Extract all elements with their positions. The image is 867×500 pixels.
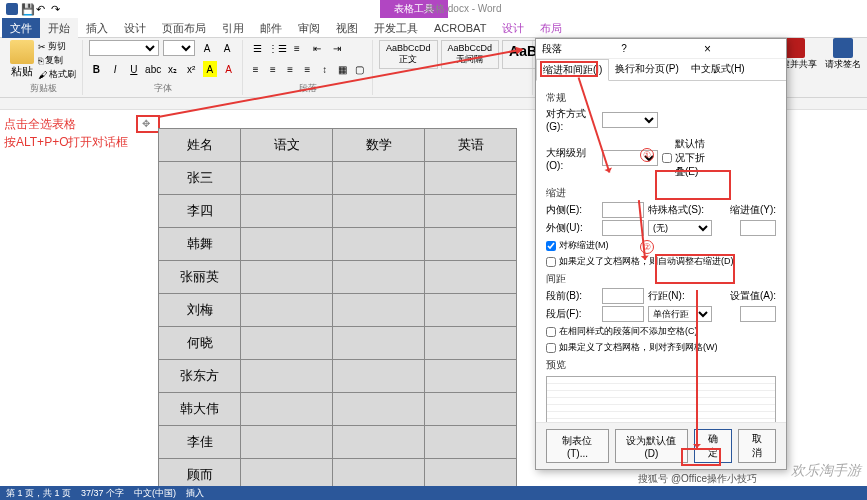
table-cell[interactable]: [425, 360, 517, 393]
table-cell[interactable]: 张丽英: [159, 261, 241, 294]
collapse-checkbox[interactable]: 默认情况下折叠(E): [662, 137, 714, 179]
tab-mailings[interactable]: 邮件: [252, 18, 290, 38]
format-painter-button[interactable]: 🖌 格式刷: [38, 68, 76, 81]
multilevel-icon[interactable]: ≡: [289, 40, 305, 56]
table-cell[interactable]: [241, 228, 333, 261]
tabs-button[interactable]: 制表位(T)...: [546, 429, 609, 463]
table-cell[interactable]: 张东方: [159, 360, 241, 393]
table-cell[interactable]: [333, 162, 425, 195]
bold-button[interactable]: B: [89, 61, 104, 77]
table-cell[interactable]: [425, 294, 517, 327]
shrink-font-icon[interactable]: A: [219, 40, 235, 56]
table-cell[interactable]: 张三: [159, 162, 241, 195]
table-cell[interactable]: 刘梅: [159, 294, 241, 327]
by-input[interactable]: [740, 220, 776, 236]
status-words[interactable]: 37/37 个字: [81, 487, 124, 500]
font-size-select[interactable]: [163, 40, 195, 56]
table-cell[interactable]: [425, 327, 517, 360]
document-table[interactable]: 姓名 语文 数学 英语 张三 李四 韩舞 张丽英 刘梅 何晓 张东方 韩大伟 李…: [158, 128, 517, 492]
table-cell[interactable]: 李四: [159, 195, 241, 228]
table-cell[interactable]: [241, 261, 333, 294]
table-cell[interactable]: 韩舞: [159, 228, 241, 261]
table-cell[interactable]: [241, 327, 333, 360]
tab-ctx-design[interactable]: 设计: [494, 18, 532, 38]
align-center-icon[interactable]: ≡: [266, 61, 279, 77]
alignment-select[interactable]: [602, 112, 658, 128]
highlight-button[interactable]: A: [203, 61, 218, 77]
table-cell[interactable]: [333, 195, 425, 228]
tab-layout[interactable]: 页面布局: [154, 18, 214, 38]
table-cell[interactable]: [241, 195, 333, 228]
tab-insert[interactable]: 插入: [78, 18, 116, 38]
table-cell[interactable]: [241, 426, 333, 459]
cancel-button[interactable]: 取消: [738, 429, 776, 463]
table-cell[interactable]: [333, 360, 425, 393]
table-cell[interactable]: [425, 393, 517, 426]
decrease-indent-icon[interactable]: ⇤: [309, 40, 325, 56]
table-cell[interactable]: [333, 327, 425, 360]
subscript-button[interactable]: x₂: [165, 61, 180, 77]
tab-view[interactable]: 视图: [328, 18, 366, 38]
set-default-button[interactable]: 设为默认值(D): [615, 429, 688, 463]
same-style-checkbox[interactable]: 在相同样式的段落间不添加空格(C): [546, 325, 776, 338]
table-cell[interactable]: 何晓: [159, 327, 241, 360]
tab-asian-typography[interactable]: 中文版式(H): [685, 59, 751, 80]
table-cell[interactable]: [425, 426, 517, 459]
font-color-button[interactable]: A: [221, 61, 236, 77]
shading-icon[interactable]: ▦: [335, 61, 348, 77]
table-cell[interactable]: [241, 360, 333, 393]
align-left-icon[interactable]: ≡: [249, 61, 262, 77]
cut-button[interactable]: ✂ 剪切: [38, 40, 76, 53]
at-input[interactable]: [740, 306, 776, 322]
grow-font-icon[interactable]: A: [199, 40, 215, 56]
table-header[interactable]: 语文: [241, 129, 333, 162]
tab-indent-spacing[interactable]: 缩进和间距(I): [536, 59, 609, 81]
underline-button[interactable]: U: [126, 61, 141, 77]
close-icon[interactable]: ×: [701, 42, 780, 56]
tab-file[interactable]: 文件: [2, 18, 40, 38]
auto-adjust-checkbox[interactable]: 如果定义了文档网格，则自动调整右缩进(D): [546, 255, 776, 268]
table-cell[interactable]: [241, 294, 333, 327]
before-input[interactable]: [602, 288, 644, 304]
justify-icon[interactable]: ≡: [301, 61, 314, 77]
mirror-indent-checkbox[interactable]: 对称缩进(M): [546, 239, 776, 252]
numbering-icon[interactable]: ⋮☰: [269, 40, 285, 56]
status-lang[interactable]: 中文(中国): [134, 487, 176, 500]
table-header[interactable]: 数学: [333, 129, 425, 162]
increase-indent-icon[interactable]: ⇥: [329, 40, 345, 56]
line-spacing-icon[interactable]: ↕: [318, 61, 331, 77]
copy-button[interactable]: ⎘ 复制: [38, 54, 76, 67]
strike-button[interactable]: abc: [145, 61, 161, 77]
table-header[interactable]: 英语: [425, 129, 517, 162]
superscript-button[interactable]: x²: [184, 61, 199, 77]
special-select[interactable]: (无): [648, 220, 712, 236]
table-cell[interactable]: [425, 195, 517, 228]
redo-icon[interactable]: ↷: [51, 3, 63, 15]
align-right-icon[interactable]: ≡: [284, 61, 297, 77]
bullets-icon[interactable]: ☰: [249, 40, 265, 56]
table-cell[interactable]: [425, 162, 517, 195]
table-header[interactable]: 姓名: [159, 129, 241, 162]
undo-icon[interactable]: ↶: [36, 3, 48, 15]
tab-line-page-breaks[interactable]: 换行和分页(P): [609, 59, 684, 80]
italic-button[interactable]: I: [108, 61, 123, 77]
save-icon[interactable]: 💾: [21, 3, 33, 15]
tab-review[interactable]: 审阅: [290, 18, 328, 38]
table-cell[interactable]: [241, 393, 333, 426]
table-move-handle-icon[interactable]: ✥: [142, 118, 150, 129]
help-icon[interactable]: ?: [621, 43, 700, 54]
acrobat-sign-button[interactable]: 请求签名: [825, 38, 861, 71]
tab-design[interactable]: 设计: [116, 18, 154, 38]
table-cell[interactable]: [333, 261, 425, 294]
table-cell[interactable]: [333, 393, 425, 426]
borders-icon[interactable]: ▢: [353, 61, 366, 77]
tab-ctx-layout[interactable]: 布局: [532, 18, 570, 38]
table-cell[interactable]: [333, 294, 425, 327]
table-cell[interactable]: 韩大伟: [159, 393, 241, 426]
indent-right-input[interactable]: [602, 220, 644, 236]
font-family-select[interactable]: [89, 40, 159, 56]
paste-button[interactable]: 粘贴: [10, 40, 34, 81]
after-input[interactable]: [602, 306, 644, 322]
table-cell[interactable]: [425, 261, 517, 294]
tab-developer[interactable]: 开发工具: [366, 18, 426, 38]
